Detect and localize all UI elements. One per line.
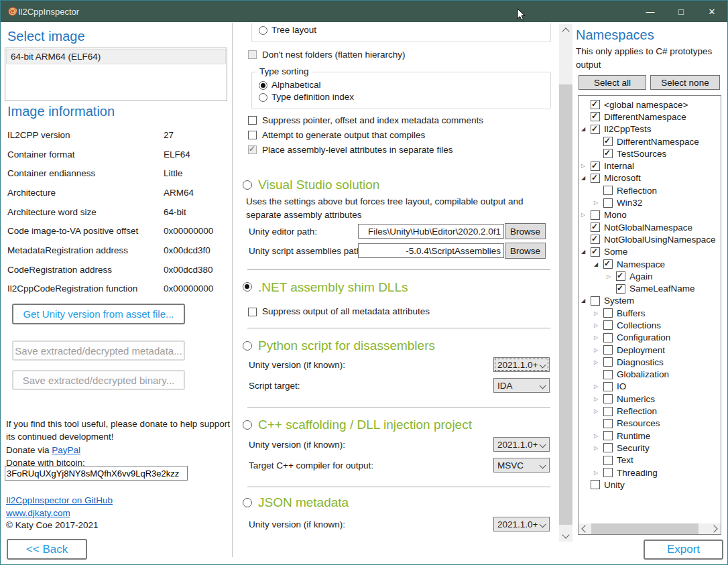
back-button[interactable]: << Back [7, 539, 87, 560]
tree-item[interactable]: SameLeafName [579, 282, 721, 294]
visual-studio-radio[interactable] [243, 180, 252, 190]
scrollbar-thumb[interactable] [559, 84, 572, 525]
minimize-button[interactable]: — [635, 1, 666, 22]
tree-item[interactable]: DifferentNamespace [579, 135, 721, 147]
expander-collapsed-icon[interactable]: ▷ [594, 383, 603, 389]
tree-item[interactable]: ▷IO [579, 381, 721, 393]
tree-checkbox[interactable] [603, 345, 613, 355]
tree-item[interactable]: Resources [579, 418, 721, 430]
tree-item[interactable]: ◢Namespace [579, 258, 721, 270]
expander-collapsed-icon[interactable]: ▷ [581, 212, 591, 218]
close-button[interactable]: ✕ [696, 1, 727, 22]
tree-checkbox[interactable] [603, 382, 613, 391]
tree-checkbox[interactable] [603, 468, 613, 477]
tree-item[interactable]: ▷Reflection [579, 405, 721, 417]
expander-collapsed-icon[interactable]: ▷ [594, 396, 603, 402]
expander-collapsed-icon[interactable]: ▷ [594, 445, 603, 451]
tree-checkbox[interactable] [603, 443, 613, 452]
expander-expanded-icon[interactable]: ◢ [594, 261, 603, 267]
tree-item[interactable]: ▷Internal [579, 160, 721, 172]
tree-item[interactable]: ◢System [579, 295, 721, 307]
tree-checkbox[interactable] [591, 162, 600, 171]
tree-checkbox[interactable] [603, 320, 613, 330]
tree-checkbox[interactable] [591, 210, 600, 220]
expander-collapsed-icon[interactable]: ▷ [594, 359, 603, 365]
expander-collapsed-icon[interactable]: ▷ [594, 408, 603, 414]
tree-checkbox[interactable] [603, 149, 613, 158]
tree-checkbox[interactable] [603, 407, 613, 416]
expander-expanded-icon[interactable]: ◢ [581, 249, 591, 255]
tree-item[interactable]: ◢Il2CppTests [579, 123, 721, 135]
website-link[interactable]: www.djkaty.com [6, 508, 70, 518]
tree-checkbox[interactable] [591, 235, 600, 244]
shim-dlls-radio[interactable] [243, 282, 252, 292]
cpp-unity-version-select[interactable]: 2021.1.0+ [493, 437, 550, 452]
tree-checkbox[interactable] [603, 308, 613, 318]
tree-item[interactable]: ▷Diagnostics [579, 356, 721, 368]
tree-h-scrollbar[interactable] [579, 523, 721, 534]
tree-item[interactable]: ▷Again [579, 270, 721, 282]
tree-checkbox[interactable] [603, 431, 613, 440]
get-unity-version-button[interactable]: Get Unity version from asset file... [12, 304, 185, 324]
tree-item[interactable]: ▷Buffers [579, 307, 721, 319]
tree-checkbox[interactable] [591, 296, 600, 306]
expander-collapsed-icon[interactable]: ▷ [594, 334, 603, 340]
tree-item[interactable]: ◢Some [579, 246, 721, 258]
tree-item[interactable]: Globalization [579, 369, 721, 381]
expander-collapsed-icon[interactable]: ▷ [594, 322, 603, 328]
tree-item[interactable]: ▷Collections [579, 319, 721, 331]
scroll-left-icon[interactable] [579, 523, 589, 534]
tree-item[interactable]: ▷Deployment [579, 344, 721, 356]
tree-checkbox[interactable] [603, 357, 613, 367]
tree-item[interactable]: ▷Threading [579, 466, 721, 479]
tree-checkbox[interactable] [591, 480, 600, 489]
checkbox[interactable] [248, 131, 257, 139]
image-listbox[interactable]: 64-bit ARM64 (ELF64) [5, 48, 227, 101]
scroll-right-icon[interactable] [710, 523, 721, 534]
scrollbar-thumb[interactable] [591, 523, 699, 534]
tree-checkbox[interactable] [591, 174, 600, 183]
json-unity-version-select[interactable]: 2021.1.0+ [493, 517, 550, 531]
tree-checkbox[interactable] [591, 247, 600, 257]
expander-collapsed-icon[interactable]: ▷ [594, 470, 603, 476]
unity-editor-path-input[interactable]: Files\Unity\Hub\Editor\2020.2.0f1 [358, 224, 504, 239]
expander-expanded-icon[interactable]: ◢ [581, 298, 591, 304]
expander-collapsed-icon[interactable]: ▷ [594, 347, 603, 353]
tree-checkbox[interactable] [603, 137, 613, 146]
tree-item[interactable]: ▷Runtime [579, 430, 721, 442]
tree-checkbox[interactable] [591, 223, 600, 232]
tree-checkbox[interactable] [603, 456, 613, 465]
script-assemblies-path-input[interactable]: -5.0.4\ScriptAssemblies [358, 243, 504, 258]
tree-checkbox[interactable] [603, 333, 613, 342]
script-target-select[interactable]: IDA [493, 378, 550, 393]
checkbox-row[interactable]: Suppress pointer, offset and index metad… [248, 113, 483, 128]
scroll-down-icon[interactable] [559, 530, 572, 542]
tree-checkbox[interactable] [591, 100, 600, 109]
tree-item[interactable]: Reflection [579, 184, 721, 196]
json-metadata-radio[interactable] [243, 498, 252, 507]
cpp-compiler-select[interactable]: MSVC [493, 458, 550, 473]
suppress-metadata-attrs-checkbox[interactable] [248, 308, 257, 316]
tree-layout-radio[interactable] [259, 26, 267, 35]
github-link[interactable]: Il2CppInspector on GitHub [6, 495, 113, 505]
tree-item[interactable]: ▷Win32 [579, 196, 721, 208]
tree-item[interactable]: ▷Numerics [579, 393, 721, 405]
tree-checkbox[interactable] [603, 370, 613, 379]
expander-expanded-icon[interactable]: ◢ [581, 126, 591, 132]
expander-collapsed-icon[interactable]: ▷ [594, 200, 603, 206]
image-list-item[interactable]: 64-bit ARM64 (ELF64) [6, 49, 226, 64]
expander-collapsed-icon[interactable]: ▷ [594, 433, 603, 439]
tree-checkbox[interactable] [603, 419, 613, 428]
tree-checkbox[interactable] [616, 284, 625, 294]
tree-item[interactable]: ▷Security [579, 442, 721, 454]
checkbox-row[interactable]: Attempt to generate output that compiles [248, 128, 483, 143]
tree-item[interactable]: ▷Configuration [579, 332, 721, 344]
bitcoin-address-input[interactable] [5, 466, 188, 481]
export-button[interactable]: Export [644, 540, 723, 560]
tree-checkbox[interactable] [603, 186, 613, 195]
expander-expanded-icon[interactable]: ◢ [581, 175, 591, 181]
tree-item[interactable]: Text [579, 454, 721, 466]
maximize-button[interactable]: □ [666, 1, 696, 22]
expander-collapsed-icon[interactable]: ▷ [581, 163, 591, 169]
python-script-radio[interactable] [243, 341, 252, 351]
